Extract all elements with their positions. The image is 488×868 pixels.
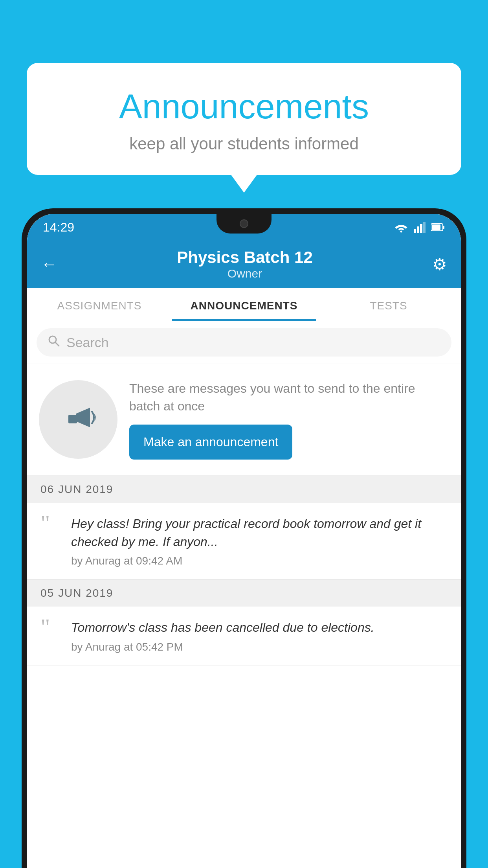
announcement-item-2[interactable]: " Tomorrow's class has been cancelled du… [27,607,461,665]
tab-tests[interactable]: TESTS [316,288,461,321]
svg-point-0 [400,231,402,233]
svg-rect-6 [443,226,444,229]
status-bar: 14:29 [27,214,461,241]
speech-bubble-title: Announcements [46,86,442,127]
svg-rect-1 [414,229,416,233]
header-title: Physics Batch 12 [57,248,432,267]
speech-bubble: Announcements keep all your students inf… [27,63,461,175]
header-center: Physics Batch 12 Owner [57,248,432,280]
camera [240,219,248,228]
tabs-bar: ASSIGNMENTS ANNOUNCEMENTS TESTS [27,288,461,321]
tab-assignments[interactable]: ASSIGNMENTS [27,288,172,321]
announcement-cta: These are messages you want to send to t… [27,364,461,476]
svg-rect-3 [420,224,422,233]
svg-rect-2 [417,226,419,233]
speech-bubble-container: Announcements keep all your students inf… [27,63,461,175]
search-input-wrap[interactable]: Search [37,328,451,357]
announcement-meta-1: by Anurag at 09:42 AM [71,555,448,567]
announcement-content-1: Hey class! Bring your practical record b… [71,515,448,568]
svg-line-9 [55,342,59,346]
notch [216,214,272,234]
announcement-text-2: Tomorrow's class has been cancelled due … [71,618,448,636]
back-button[interactable]: ← [41,255,57,274]
phone-inner: 14:29 [27,214,461,868]
search-placeholder: Search [66,335,109,350]
svg-rect-4 [423,222,426,233]
phone-screen: 14:29 [27,214,461,868]
battery-icon [431,223,445,232]
date-separator-2: 05 JUN 2019 [27,579,461,607]
announcement-meta-2: by Anurag at 05:42 PM [71,641,448,653]
content-area: Search [27,321,461,868]
signal-icon [414,222,426,233]
svg-rect-11 [68,415,77,423]
svg-point-12 [93,414,95,416]
status-time: 14:29 [43,220,74,235]
svg-point-13 [95,416,96,418]
quote-icon-2: " [40,615,60,639]
settings-button[interactable]: ⚙ [432,255,447,274]
megaphone-illustration [39,380,117,459]
svg-rect-7 [432,224,440,230]
announcement-content-2: Tomorrow's class has been cancelled due … [71,618,448,653]
megaphone-icon [59,400,98,439]
make-announcement-button[interactable]: Make an announcement [129,425,292,460]
announcement-item-1[interactable]: " Hey class! Bring your practical record… [27,503,461,580]
phone-frame: 14:29 [22,208,466,868]
quote-icon-1: " [40,511,60,535]
status-icons [394,222,445,233]
header-subtitle: Owner [57,267,432,280]
search-bar: Search [27,321,461,364]
date-separator-1: 06 JUN 2019 [27,476,461,503]
wifi-icon [394,222,408,233]
tab-announcements[interactable]: ANNOUNCEMENTS [172,288,316,321]
cta-description: These are messages you want to send to t… [129,380,449,415]
cta-right: These are messages you want to send to t… [129,380,449,460]
search-icon [48,335,60,350]
app-header: ← Physics Batch 12 Owner ⚙ [27,241,461,288]
svg-marker-10 [76,408,90,427]
announcement-text-1: Hey class! Bring your practical record b… [71,515,448,551]
speech-bubble-subtitle: keep all your students informed [46,134,442,153]
